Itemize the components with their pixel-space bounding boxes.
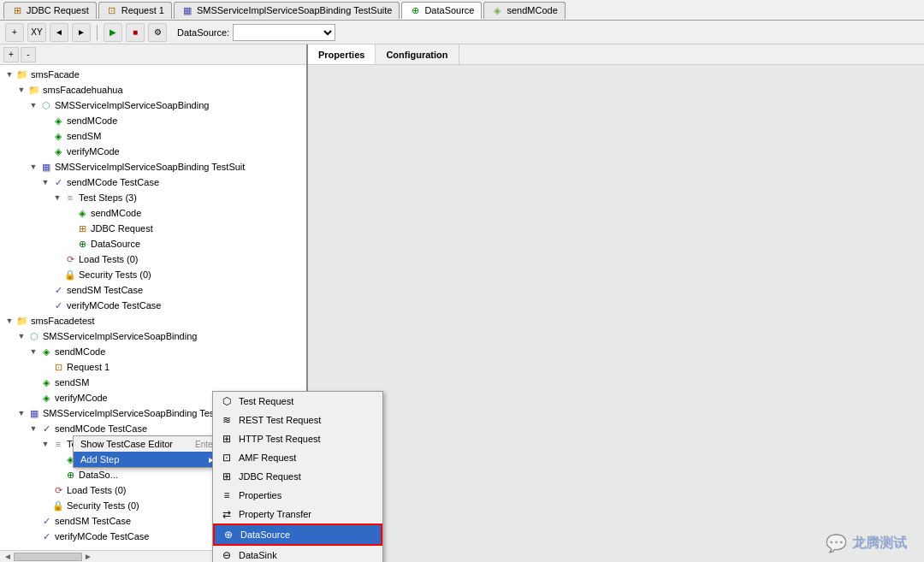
scroll-thumb[interactable] <box>14 553 82 561</box>
tree-label: sendMCode TestCase <box>55 423 147 434</box>
collapse-btn[interactable]: - <box>21 47 36 62</box>
tree-icon: ◈ <box>51 145 65 158</box>
tree-toggle[interactable] <box>51 253 63 265</box>
tab-datasource[interactable]: ⊕ DataSource <box>401 2 482 19</box>
context-menu-add-step[interactable]: Add Step ► <box>74 452 226 467</box>
config-button[interactable]: ⚙ <box>148 23 167 42</box>
tree-toggle[interactable]: ▼ <box>27 423 39 435</box>
tree-toggle[interactable]: ▼ <box>27 99 39 111</box>
submenu-label: AMF Request <box>239 453 296 463</box>
tree-toggle[interactable] <box>39 484 51 496</box>
tree-toggle[interactable] <box>63 238 75 250</box>
tab-sendmcode[interactable]: ◈ sendMCode <box>483 2 565 19</box>
tree-toggle[interactable]: ▼ <box>27 346 39 358</box>
tree-item[interactable]: ⊕DataSource <box>0 236 306 251</box>
tree-toggle[interactable] <box>51 469 63 481</box>
tree-toggle[interactable]: ▼ <box>39 438 51 450</box>
tree-icon: ✓ <box>51 175 65 189</box>
submenu-icon: ≡ <box>220 488 234 502</box>
jdbc-icon: ⊞ <box>11 4 23 16</box>
tab-request1[interactable]: ⊡ Request 1 <box>98 2 172 19</box>
stop-button[interactable]: ■ <box>126 23 145 42</box>
tree-item[interactable]: ▼✓sendMCode TestCase <box>0 175 306 190</box>
submenu-item-test-request[interactable]: ⬡Test Request <box>213 392 382 411</box>
tree-icon: ⊕ <box>75 237 89 251</box>
tree-toggle[interactable] <box>51 269 63 281</box>
toolbar-btn-prev[interactable]: ◄ <box>50 23 68 42</box>
tree-label: Security Tests (0) <box>67 500 139 511</box>
toolbar-btn-1[interactable]: + <box>5 23 24 42</box>
tree-toggle[interactable] <box>51 453 63 465</box>
tree-item[interactable]: ▼📁smsFacadehuahua <box>0 82 306 98</box>
tree-toggle[interactable] <box>27 515 39 527</box>
submenu-item-property-transfer[interactable]: ⇄Property Transfer <box>213 505 382 524</box>
tree-item[interactable]: ▼📁smsFacade <box>0 67 306 82</box>
tree-toggle[interactable]: ▼ <box>3 315 15 327</box>
tab-configuration[interactable]: Configuration <box>376 44 459 64</box>
tree-icon: 📁 <box>27 83 41 97</box>
tree-item[interactable]: ◈sendMCode <box>0 205 306 221</box>
tree-toggle[interactable]: ▼ <box>15 407 27 419</box>
tree-icon: ◈ <box>51 114 65 127</box>
tree-item[interactable]: ▼📁smsFacadetest <box>0 313 306 328</box>
tree-toggle[interactable] <box>39 284 51 296</box>
tree-item[interactable]: ⟳Load Tests (0) <box>0 251 306 267</box>
submenu-item-http-test-request[interactable]: ⊞HTTP Test Request <box>213 429 382 448</box>
submenu-label: REST Test Request <box>239 415 321 425</box>
tree-toggle[interactable]: ▼ <box>3 68 15 80</box>
tree-icon: 📁 <box>15 68 29 81</box>
tree-label: sendSM <box>67 131 101 141</box>
tree-toggle[interactable] <box>39 361 51 373</box>
tree-item[interactable]: ▼⬡SMSServiceImplServiceSoapBinding <box>0 98 306 113</box>
tree-item[interactable]: ▼⬡SMSServiceImplServiceSoapBinding <box>0 328 306 344</box>
tree-item[interactable]: ▼▦SMSServiceImplServiceSoapBinding TestS… <box>0 159 306 175</box>
tree-toggle[interactable] <box>39 115 51 127</box>
tree-toggle[interactable] <box>27 376 39 388</box>
tree-icon: ⬡ <box>39 98 53 112</box>
tree-item[interactable]: ✓verifyMCode TestCase <box>0 298 306 313</box>
tree-label: DataSource <box>91 239 140 249</box>
submenu-item-datasink[interactable]: ⊖DataSink <box>213 546 382 562</box>
submenu-item-properties[interactable]: ≡Properties <box>213 486 382 505</box>
tab-testsuite[interactable]: ▦ SMSServiceImplServiceSoapBinding TestS… <box>174 2 400 19</box>
tree-item[interactable]: ▼◈sendMCode <box>0 344 306 359</box>
tree-item[interactable]: ▼≡Test Steps (3) <box>0 190 306 205</box>
tree-toggle[interactable] <box>63 222 75 234</box>
tree-item[interactable]: ✓sendSM TestCase <box>0 282 306 298</box>
tree-icon: ◈ <box>39 391 53 405</box>
tree-item[interactable]: ◈verifyMCode <box>0 144 306 159</box>
tree-toggle[interactable] <box>27 530 39 542</box>
tree-toggle[interactable] <box>27 392 39 404</box>
tree-item[interactable]: ◈sendSM <box>0 128 306 144</box>
submenu-item-jdbc-request[interactable]: ⊞JDBC Request <box>213 467 382 486</box>
tree-item[interactable]: ⊡Request 1 <box>0 359 306 375</box>
tree-toggle[interactable]: ▼ <box>39 176 51 188</box>
submenu-item-amf-request[interactable]: ⊡AMF Request <box>213 448 382 467</box>
tree-toggle[interactable] <box>39 299 51 311</box>
tree-toggle[interactable] <box>39 145 51 157</box>
tree-item[interactable]: ◈sendSM <box>0 375 306 390</box>
tree-toggle[interactable]: ▼ <box>51 192 63 204</box>
tab-jdbc-request[interactable]: ⊞ JDBC Request <box>3 2 97 19</box>
tree-item[interactable]: ⊞JDBC Request <box>0 221 306 236</box>
tree-toggle[interactable]: ▼ <box>15 330 27 342</box>
tree-icon: ✓ <box>51 299 65 312</box>
run-button[interactable]: ▶ <box>104 23 122 42</box>
context-menu-show-editor[interactable]: Show TestCase Editor Enter <box>74 436 226 452</box>
tab-properties[interactable]: Properties <box>308 44 376 64</box>
tree-icon: ⟳ <box>51 483 65 497</box>
tree-toggle[interactable] <box>39 130 51 142</box>
tree-toggle[interactable]: ▼ <box>15 84 27 96</box>
tree-item[interactable]: ◈sendMCode <box>0 113 306 128</box>
submenu-item-rest-test-request[interactable]: ≋REST Test Request <box>213 411 382 429</box>
tree-toggle[interactable] <box>39 500 51 512</box>
tree-toggle[interactable]: ▼ <box>27 161 39 173</box>
tree-toggle[interactable] <box>63 207 75 219</box>
submenu-item-datasource[interactable]: ⊕DataSource <box>213 524 382 546</box>
datasource-dropdown[interactable] <box>233 24 335 41</box>
expand-btn[interactable]: + <box>3 47 19 62</box>
toolbar-btn-xy[interactable]: XY <box>27 23 46 42</box>
tab-bar: ⊞ JDBC Request ⊡ Request 1 ▦ SMSServiceI… <box>0 0 924 21</box>
tree-item[interactable]: 🔒Security Tests (0) <box>0 267 306 282</box>
toolbar-btn-next[interactable]: ► <box>72 23 91 42</box>
